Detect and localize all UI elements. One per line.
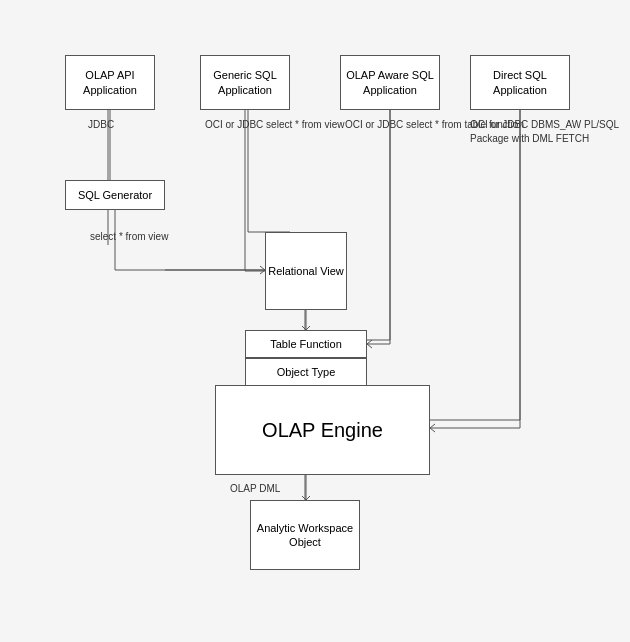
olap-dml-label: OLAP DML (230, 482, 280, 496)
diagram-container: OLAP API Application Generic SQL Applica… (0, 0, 630, 642)
sql-generator-box: SQL Generator (65, 180, 165, 210)
object-type-box: Object Type (245, 358, 367, 386)
oci-jdbc1-label: OCI or JDBC select * from view (205, 118, 344, 132)
olap-api-box: OLAP API Application (65, 55, 155, 110)
analytic-workspace-box: Analytic Workspace Object (250, 500, 360, 570)
table-function-box: Table Function (245, 330, 367, 358)
direct-sql-box: Direct SQL Application (470, 55, 570, 110)
jdbc-label: JDBC (88, 118, 114, 132)
oci-jdbc3-label: OCI or JDBC DBMS_AW PL/SQL Package with … (470, 118, 630, 146)
generic-sql-box: Generic SQL Application (200, 55, 290, 110)
olap-aware-box: OLAP Aware SQL Application (340, 55, 440, 110)
olap-engine-box: OLAP Engine (215, 385, 430, 475)
select-view-label: select * from view (90, 230, 168, 244)
relational-view-box: Relational View (265, 232, 347, 310)
